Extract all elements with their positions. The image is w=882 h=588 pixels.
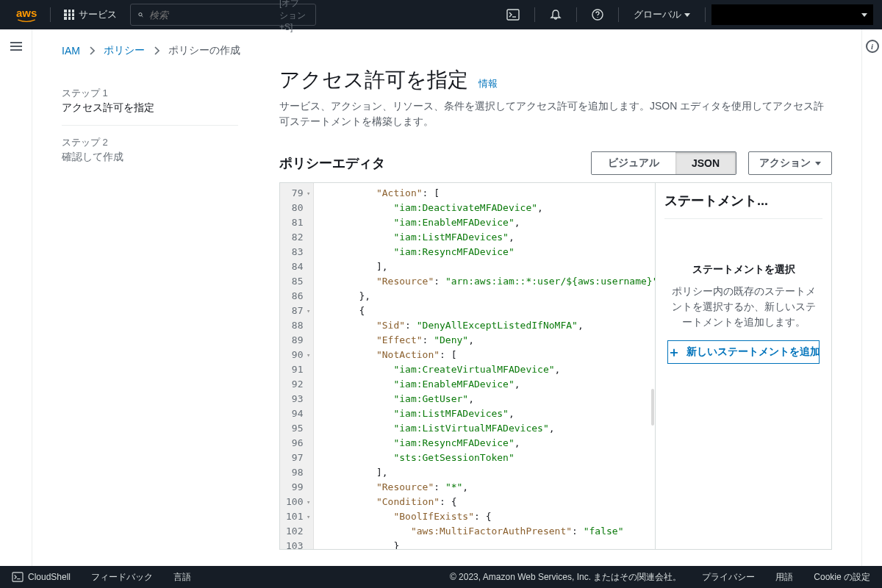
search-input[interactable] (143, 10, 279, 21)
code-area[interactable]: "Action": [ "iam:DeactivateMFADevice", "… (314, 183, 655, 549)
aws-logo[interactable]: aws (9, 7, 44, 23)
cloudshell-icon[interactable] (498, 9, 528, 21)
crumb-policies[interactable]: ポリシー (104, 44, 145, 57)
step1-title[interactable]: アクセス許可を指定 (62, 100, 238, 115)
statement-panel: ステートメント... ステートメントを選択 ポリシー内の既存のステートメントを選… (655, 183, 831, 549)
actions-dropdown[interactable]: アクション (748, 151, 832, 175)
search-box[interactable]: [オプション+S] (130, 4, 316, 26)
crumb-iam[interactable]: IAM (62, 45, 80, 57)
svg-rect-2 (507, 10, 519, 20)
search-icon (138, 10, 143, 20)
step2-label: ステップ 2 (62, 126, 238, 149)
editor-mode-toggle: ビジュアル JSON (591, 151, 736, 175)
account-menu[interactable] (711, 4, 873, 25)
statement-empty-text: ポリシー内の既存のステートメントを選択するか、新しいステートメントを追加します。 (667, 276, 820, 330)
crumb-current: ポリシーの作成 (168, 44, 240, 57)
svg-point-5 (597, 17, 598, 18)
info-icon[interactable]: i (866, 40, 879, 53)
statement-empty-heading: ステートメントを選択 (667, 263, 820, 276)
chevron-right-icon (89, 46, 95, 55)
chevron-right-icon (154, 46, 159, 55)
grid-icon (64, 10, 74, 20)
svg-point-0 (139, 12, 142, 15)
editor-title: ポリシーエディタ (279, 154, 385, 172)
json-editor[interactable]: 79▾8081828384858687▾888990▾9192939495969… (280, 183, 655, 549)
statement-panel-title: ステートメント... (664, 192, 822, 219)
page-title: アクセス許可を指定 (279, 66, 468, 94)
step1-label: ステップ 1 (62, 76, 238, 100)
divider (534, 7, 535, 22)
plus-icon: ＋ (667, 345, 681, 359)
search-shortcut: [オプション+S] (279, 0, 308, 32)
divider (618, 7, 619, 22)
region-selector[interactable]: グローバル (625, 8, 699, 21)
step2-title: 確認して作成 (62, 149, 238, 164)
chevron-down-icon (815, 162, 821, 165)
scrollbar-thumb[interactable] (651, 389, 654, 426)
wizard-steps: ステップ 1 アクセス許可を指定 ステップ 2 確認して作成 (62, 63, 238, 550)
notifications-icon[interactable] (541, 9, 570, 21)
help-icon[interactable] (583, 9, 612, 21)
top-nav: aws サービス [オプション+S] グローバル (0, 0, 882, 29)
hamburger-icon[interactable] (10, 40, 22, 566)
breadcrumb: IAM ポリシー ポリシーの作成 (32, 29, 861, 63)
divider (576, 7, 577, 22)
chevron-down-icon (861, 13, 867, 17)
right-rail: i (861, 29, 882, 566)
chevron-down-icon (684, 13, 690, 17)
visual-mode-button[interactable]: ビジュアル (592, 152, 675, 174)
add-statement-button[interactable]: ＋ 新しいステートメントを追加 (667, 340, 820, 364)
json-mode-button[interactable]: JSON (675, 152, 736, 174)
page-description: サービス、アクション、リソース、条件を選択してアクセス許可を追加します。JSON… (279, 94, 832, 129)
info-link[interactable]: 情報 (478, 77, 498, 90)
left-rail (0, 29, 32, 566)
divider (50, 7, 51, 22)
services-menu[interactable]: サービス (57, 8, 124, 21)
divider (705, 7, 706, 22)
line-gutter: 79▾8081828384858687▾888990▾9192939495969… (280, 183, 314, 549)
